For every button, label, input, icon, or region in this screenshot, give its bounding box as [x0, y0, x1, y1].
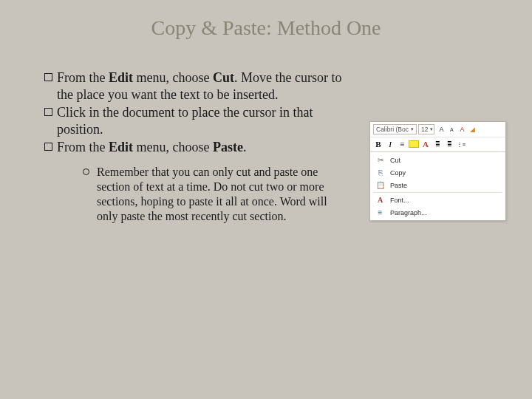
italic-button[interactable]: I [385, 139, 395, 149]
clipboard-icon: 📋 [375, 180, 386, 190]
chevron-down-icon: ▾ [411, 126, 414, 132]
text-fragment: . [243, 140, 247, 154]
slide-title: Copy & Paste: Method One [0, 0, 532, 40]
menu-item-paste[interactable]: 📋 Paste [370, 179, 505, 191]
menu-item-font[interactable]: A Font... [370, 194, 505, 206]
bold-text: Edit [109, 70, 133, 85]
square-bullet-icon [44, 143, 52, 151]
menu-item-paragraph[interactable]: ≡ Paragraph... [370, 206, 505, 219]
bullet-item-1: From the Edit menu, choose Cut. Move the… [44, 69, 347, 103]
circle-bullet-icon [83, 168, 89, 175]
menu-label: Font... [390, 197, 409, 204]
increase-indent-button[interactable]: ≣ [444, 139, 454, 149]
text-fragment: From the [57, 70, 109, 85]
menu-label: Paragraph... [390, 209, 427, 216]
mini-toolbar-row-1: Calibri (Boc▾ 12▾ A A A ◢ [370, 122, 505, 137]
align-center-button[interactable]: ≡ [397, 139, 407, 149]
font-name-value: Calibri (Boc [376, 126, 409, 133]
styles-button[interactable]: A [457, 125, 467, 134]
text-fragment: From the [57, 140, 109, 154]
bold-text: Cut [213, 70, 234, 85]
highlight-button[interactable] [409, 140, 419, 148]
scissors-icon: ✂ [375, 155, 386, 165]
font-name-dropdown[interactable]: Calibri (Boc▾ [373, 124, 417, 134]
content-area: From the Edit menu, choose Cut. Move the… [0, 40, 532, 224]
text-column: From the Edit menu, choose Cut. Move the… [44, 69, 347, 224]
bullet-item-2: Click in the document to place the curso… [44, 104, 347, 137]
mini-toolbar-row-2: B I ≡ A ≣ ≣ ⋮≡ [370, 137, 505, 152]
font-size-dropdown[interactable]: 12▾ [418, 124, 434, 134]
decrease-indent-button[interactable]: ≣ [432, 139, 443, 149]
bold-text: Paste [213, 140, 243, 154]
sub-bullet-text: Remember that you can only cut and paste… [97, 165, 347, 224]
menu-separator [373, 192, 502, 193]
text-fragment: menu, choose [133, 70, 213, 85]
menu-label: Cut [390, 157, 400, 164]
square-bullet-icon [44, 108, 52, 116]
bullet-item-3: From the Edit menu, choose Paste. [44, 139, 347, 156]
square-bullet-icon [44, 73, 52, 81]
bold-button[interactable]: B [373, 139, 383, 149]
text-fragment: menu, choose [133, 140, 213, 154]
menu-item-copy[interactable]: ⎘ Copy [370, 166, 505, 179]
bullet-text-2: Click in the document to place the curso… [57, 104, 347, 137]
shrink-font-button[interactable]: A [447, 125, 457, 134]
bullet-text-1: From the Edit menu, choose Cut. Move the… [57, 69, 347, 103]
bullet-text-3: From the Edit menu, choose Paste. [57, 139, 246, 156]
bold-text: Edit [109, 140, 133, 154]
menu-label: Paste [390, 182, 407, 189]
font-color-button[interactable]: A [420, 139, 431, 149]
copy-icon: ⎘ [375, 168, 386, 177]
word-context-menu: Calibri (Boc▾ 12▾ A A A ◢ B I ≡ A ≣ ≣ ⋮≡ [369, 121, 506, 221]
image-column: Calibri (Boc▾ 12▾ A A A ◢ B I ≡ A ≣ ≣ ⋮≡ [369, 121, 506, 224]
font-dialog-icon: A [375, 195, 386, 205]
bullets-button[interactable]: ⋮≡ [456, 139, 466, 149]
context-menu-list: ✂ Cut ⎘ Copy 📋 Paste A Font... ≡ [370, 152, 505, 220]
paragraph-dialog-icon: ≡ [375, 208, 386, 217]
chevron-down-icon: ▾ [430, 126, 433, 132]
sub-bullet-item: Remember that you can only cut and paste… [83, 165, 347, 224]
menu-item-cut[interactable]: ✂ Cut [370, 154, 505, 166]
format-painter-icon[interactable]: ◢ [468, 125, 477, 134]
font-size-value: 12 [421, 126, 428, 133]
menu-label: Copy [390, 169, 406, 177]
grow-font-button[interactable]: A [437, 125, 446, 134]
